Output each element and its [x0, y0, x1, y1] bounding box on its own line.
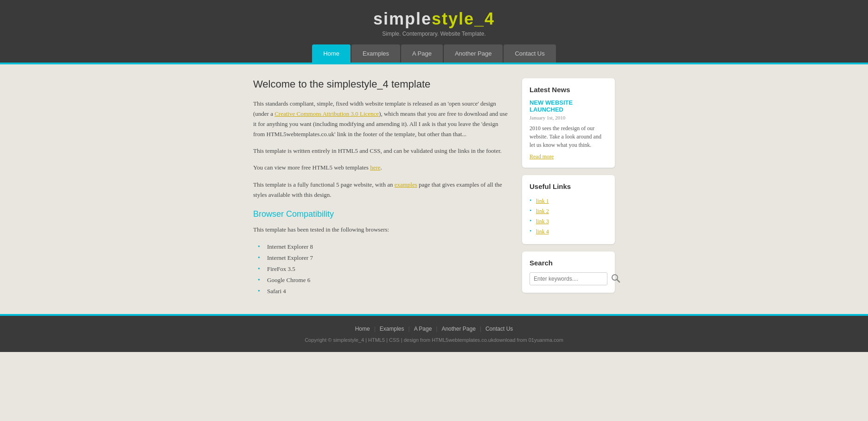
nav-a-page[interactable]: A Page	[401, 44, 443, 63]
links-list: link 1 link 2 link 3 link 4	[530, 196, 607, 237]
links-heading: Useful Links	[530, 182, 607, 190]
search-row	[530, 272, 607, 285]
logo-style: style_4	[432, 9, 495, 28]
footer-separator: |	[480, 325, 483, 332]
list-item: Safari 4	[258, 286, 508, 297]
intro-paragraph: This standards compliant, simple, fixed …	[253, 99, 508, 139]
link-1[interactable]: link 1	[536, 198, 549, 204]
nav-contact-us[interactable]: Contact Us	[504, 44, 555, 63]
nav-home[interactable]: Home	[312, 44, 351, 63]
main-content: Welcome to the simplestyle_4 template Th…	[253, 78, 508, 297]
para4: This template is a fully functional 5 pa…	[253, 180, 508, 200]
copyright: Copyright © simplestyle_4 | HTML5 | CSS …	[253, 337, 615, 343]
news-text: 2010 sees the redesign of our website. T…	[530, 124, 607, 149]
footer-wrapper: Home | Examples | A Page | Another Page …	[0, 316, 868, 352]
list-item: Internet Explorer 7	[258, 252, 508, 264]
para3: You can view more free HTML5 web templat…	[253, 163, 508, 173]
search-icon	[610, 273, 621, 284]
para2: This template is written entirely in HTM…	[253, 146, 508, 156]
list-item: Google Chrome 6	[258, 275, 508, 286]
list-item: link 2	[530, 206, 607, 216]
list-item: FireFox 3.5	[258, 264, 508, 275]
news-heading: Latest News	[530, 86, 607, 94]
examples-link[interactable]: examples	[395, 181, 417, 188]
list-item: Internet Explorer 8	[258, 241, 508, 252]
read-more-link[interactable]: Read more	[530, 153, 554, 160]
search-box: Search	[522, 251, 615, 293]
footer: Home | Examples | A Page | Another Page …	[253, 316, 615, 352]
header: simplestyle_4 Simple. Contemporary. Webs…	[0, 0, 868, 63]
link-3[interactable]: link 3	[536, 218, 549, 225]
tagline: Simple. Contemporary. Website Template.	[0, 31, 868, 37]
news-date: January 1st, 2010	[530, 115, 607, 120]
footer-nav-contact-us[interactable]: Contact Us	[485, 326, 513, 332]
footer-separator: |	[408, 325, 411, 332]
search-input[interactable]	[530, 272, 607, 285]
news-box: Latest News NEW WEBSITE LAUNCHED January…	[522, 78, 615, 168]
news-title-link[interactable]: NEW WEBSITE LAUNCHED	[530, 99, 607, 113]
logo-simple: simple	[373, 9, 432, 28]
list-item: link 1	[530, 196, 607, 206]
footer-nav-examples[interactable]: Examples	[380, 326, 404, 332]
link-2[interactable]: link 2	[536, 208, 549, 214]
nav-another-page[interactable]: Another Page	[444, 44, 503, 63]
list-item: link 4	[530, 226, 607, 237]
sidebar: Latest News NEW WEBSITE LAUNCHED January…	[522, 78, 615, 300]
svg-line-1	[617, 279, 620, 282]
logo: simplestyle_4	[0, 9, 868, 29]
nav-examples[interactable]: Examples	[351, 44, 400, 63]
footer-nav: Home | Examples | A Page | Another Page …	[253, 325, 615, 333]
main-wrapper: Welcome to the simplestyle_4 template Th…	[253, 64, 615, 314]
footer-separator: |	[374, 325, 377, 332]
search-heading: Search	[530, 259, 607, 267]
list-item: link 3	[530, 216, 607, 226]
main-nav: Home Examples A Page Another Page Contac…	[0, 44, 868, 63]
browser-list: Internet Explorer 8 Internet Explorer 7 …	[253, 241, 508, 297]
browser-heading: Browser Compatibility	[253, 209, 508, 219]
footer-separator: |	[436, 325, 439, 332]
browser-intro: This template has been tested in the fol…	[253, 225, 508, 235]
here-link[interactable]: here	[370, 164, 380, 171]
link-4[interactable]: link 4	[536, 228, 549, 235]
page-heading: Welcome to the simplestyle_4 template	[253, 78, 508, 90]
cc-licence-link[interactable]: Creative Commons Attribution 3.0 Licence	[274, 110, 379, 117]
footer-nav-a-page[interactable]: A Page	[414, 326, 432, 332]
footer-nav-home[interactable]: Home	[355, 326, 370, 332]
search-button[interactable]	[610, 273, 621, 285]
links-box: Useful Links link 1 link 2 link 3 link 4	[522, 175, 615, 244]
footer-nav-another-page[interactable]: Another Page	[441, 326, 475, 332]
